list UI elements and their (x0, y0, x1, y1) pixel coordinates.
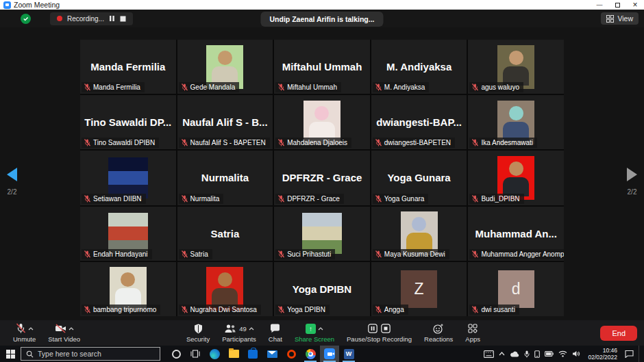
participant-photo (108, 213, 148, 254)
video-options-chevron-icon[interactable] (69, 327, 74, 331)
stop-recording-button[interactable] (120, 16, 126, 22)
previous-page-arrow-icon[interactable] (7, 168, 17, 181)
participant-tile[interactable]: bambang tripurnomo (80, 262, 176, 316)
share-options-chevron-icon[interactable] (318, 327, 323, 331)
os-title-bar: Zoom Meeting — × (0, 0, 644, 10)
start-video-button[interactable]: Start Video (42, 323, 86, 343)
participant-nameplate: Ika Andesmawati (469, 138, 537, 148)
participant-tile[interactable]: Muhammad An... Muhammad Angger Anompa (468, 207, 564, 261)
microphone-tray-icon[interactable] (524, 350, 530, 358)
participant-tile[interactable]: Mahdalena Djaloeis (274, 95, 370, 149)
participant-tile[interactable]: Manda Fermilia Manda Fermilia (80, 40, 176, 94)
cortana-icon (172, 350, 181, 359)
apps-label: Apps (465, 335, 480, 343)
next-page-arrow-icon[interactable] (627, 168, 637, 181)
participant-nameplate: Gede Mandala (179, 82, 240, 92)
participant-tile[interactable]: agus waluyo (468, 40, 564, 94)
start-button[interactable] (0, 346, 21, 362)
taskbar-clock[interactable]: 10:46 02/02/2022 (588, 347, 617, 361)
muted-mic-icon (472, 83, 478, 91)
unmute-options-chevron-icon[interactable] (28, 327, 34, 331)
close-button[interactable]: × (626, 0, 644, 10)
windows-logo-icon (6, 350, 15, 359)
photo-head (412, 217, 426, 231)
maximize-button[interactable] (608, 0, 626, 10)
taskbar-icon-store[interactable] (243, 346, 262, 362)
participant-tile[interactable]: Nurmalita Nurmalita (177, 151, 273, 205)
share-screen-icon: ↑ (306, 324, 316, 334)
battery-icon[interactable] (545, 351, 554, 357)
taskbar-icon-office[interactable] (282, 346, 301, 362)
security-button[interactable]: Security (180, 323, 216, 343)
participant-name-label: Setiawan DIIBN (93, 195, 142, 203)
taskbar-search[interactable] (21, 347, 160, 361)
reactions-button[interactable]: Reactions (418, 323, 459, 343)
participant-tile[interactable]: Miftahul Ummah Miftahul Ummah (274, 40, 370, 94)
participant-tile[interactable]: d dwi susanti (468, 262, 564, 316)
wifi-icon[interactable] (558, 350, 567, 357)
participant-tile[interactable]: Endah Handayani (80, 207, 176, 261)
taskbar-icon-file-explorer[interactable] (224, 346, 243, 362)
participant-name-label: Muhammad Angger Anompa (481, 250, 564, 258)
view-button[interactable]: View (601, 12, 639, 25)
participant-name-label: Tino Sawaldi DPIBN (93, 139, 155, 146)
participant-tile[interactable]: Suci Prihastuti (274, 207, 370, 261)
end-meeting-button[interactable]: End (600, 326, 637, 341)
participant-tile[interactable]: Budi_DPIBN (468, 151, 564, 205)
participant-tile[interactable]: DPFRZR - Grace DPFRZR - Grace (274, 151, 370, 205)
unmute-button[interactable]: Unmute (7, 323, 42, 343)
touch-keyboard-icon[interactable] (484, 350, 494, 358)
pause-stop-recording-button[interactable]: Pause/Stop Recording (340, 323, 418, 343)
participant-nameplate: Suci Prihastuti (275, 249, 335, 259)
participant-tile[interactable]: M. Andiyaksa M. Andiyaksa (371, 40, 467, 94)
chat-button[interactable]: Chat (262, 323, 288, 343)
participant-tile[interactable]: Satria Satria (177, 207, 273, 261)
participant-tile[interactable]: Maya Kusuma Dewi (371, 207, 467, 261)
window-title: Zoom Meeting (14, 1, 60, 9)
participant-nameplate: Tino Sawaldi DPIBN (82, 138, 159, 148)
participant-tile[interactable]: Tino Sawaldi DP... Tino Sawaldi DPIBN (80, 95, 176, 149)
pause-recording-button[interactable] (109, 15, 115, 22)
task-view-button[interactable] (186, 346, 205, 362)
volume-icon[interactable] (572, 350, 580, 357)
action-center-icon[interactable] (625, 350, 634, 358)
participant-tile[interactable]: Naufal Alif S - B... Naufal Alif S - BAP… (177, 95, 273, 149)
cortana-button[interactable] (166, 346, 186, 362)
participant-tile[interactable]: Yoga Gunara Yoga Gunara (371, 151, 467, 205)
participant-name-label: Nurmalita (190, 195, 220, 203)
meeting-top-bar: Recording... Undip Zaenal Arifin is talk… (0, 10, 644, 27)
taskbar-icon-mail[interactable] (262, 346, 282, 362)
meeting-info-shield-icon[interactable] (21, 14, 31, 24)
hidden-icons-chevron-icon[interactable] (499, 352, 505, 356)
chat-bubble-icon (270, 324, 280, 333)
muted-mic-icon (182, 83, 188, 91)
taskbar-icon-word[interactable]: W (339, 346, 358, 362)
participants-chevron-icon[interactable] (249, 327, 254, 331)
taskbar-icon-chrome[interactable] (301, 346, 320, 362)
gallery-area: Manda Fermilia Manda Fermilia (0, 27, 644, 320)
muted-mic-icon (472, 250, 478, 258)
search-input[interactable] (38, 350, 140, 358)
participant-tile[interactable]: Ika Andesmawati (468, 95, 564, 149)
participant-tile[interactable]: Yoga DPIBN Yoga DPIBN (274, 262, 370, 316)
participant-tile[interactable]: Gede Mandala (177, 40, 273, 94)
photo-head (314, 106, 329, 120)
participant-tile[interactable]: Nugraha Dwi Santosa (177, 262, 273, 316)
edge-icon (210, 349, 220, 359)
participant-name-label: Yoga DPIBN (287, 306, 325, 313)
phone-link-icon[interactable] (534, 350, 540, 358)
muted-mic-icon (472, 306, 478, 313)
participant-tile[interactable]: Setiawan DIIBN (80, 151, 176, 205)
participant-nameplate: M. Andiyaksa (373, 82, 429, 92)
onedrive-icon[interactable] (510, 351, 519, 357)
share-screen-button[interactable]: ↑ Share Screen (288, 323, 340, 343)
taskbar-icon-zoom[interactable] (320, 346, 339, 362)
minimize-button[interactable]: — (591, 0, 608, 10)
participants-button[interactable]: 49 Participants (216, 323, 262, 343)
participant-tile[interactable]: Z Angga (371, 262, 467, 316)
apps-button[interactable]: Apps (459, 323, 486, 343)
taskbar-icon-edge[interactable] (205, 346, 224, 362)
participant-tile[interactable]: dwiangesti-BAP... dwiangesti-BAPETEN (371, 95, 467, 149)
show-desktop-button[interactable] (639, 346, 641, 362)
participant-name-label: Suci Prihastuti (287, 250, 331, 258)
